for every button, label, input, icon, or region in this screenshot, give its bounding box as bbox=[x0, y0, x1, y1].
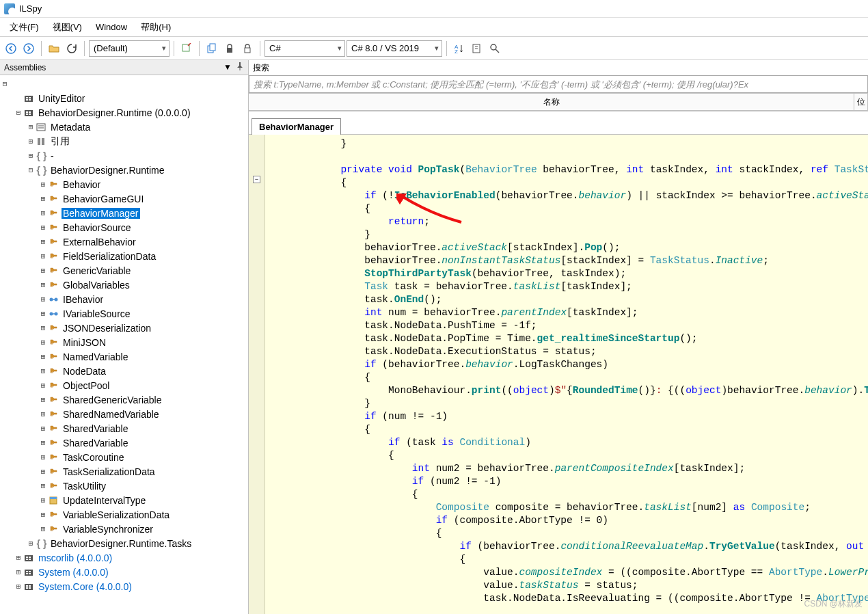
tree-node-unityeditor[interactable]: UnityEditor bbox=[0, 91, 248, 105]
assembly-tree[interactable]: ⊟ UnityEditor⊟BehaviorDesigner.Runtime (… bbox=[0, 75, 248, 614]
code-viewer[interactable]: − } private void PopTask(BehaviorTree be… bbox=[249, 135, 868, 614]
expander-icon[interactable]: ⊞ bbox=[38, 424, 48, 433]
tree-node-taskserializationdata[interactable]: ⊞TaskSerializationData bbox=[0, 464, 248, 479]
expander-icon[interactable]: ⊞ bbox=[38, 323, 48, 332]
panel-dropdown-icon[interactable]: ▼ bbox=[223, 62, 232, 72]
svg-rect-16 bbox=[25, 96, 33, 102]
copy-button[interactable] bbox=[204, 40, 220, 57]
tree-node-metadata[interactable]: ⊞Metadata bbox=[0, 120, 248, 134]
search-button[interactable] bbox=[487, 40, 503, 57]
expander-icon[interactable]: ⊞ bbox=[38, 510, 48, 519]
expander-icon[interactable]: ⊞ bbox=[38, 252, 48, 261]
expander-icon[interactable]: ⊞ bbox=[38, 524, 48, 533]
tree-node-behaviordesigner-runtime-tasks[interactable]: ⊞{ }BehaviorDesigner.Runtime.Tasks bbox=[0, 536, 248, 550]
expander-icon[interactable]: ⊞ bbox=[38, 237, 48, 246]
expander-icon[interactable]: ⊞ bbox=[26, 137, 36, 146]
expander-icon[interactable]: ⊞ bbox=[26, 151, 36, 160]
tree-node-system-core-4-0-0-0-[interactable]: ⊞System.Core (4.0.0.0) bbox=[0, 579, 248, 593]
expander-icon[interactable]: ⊞ bbox=[38, 295, 48, 304]
expander-icon[interactable]: ⊞ bbox=[38, 381, 48, 390]
expander-icon[interactable]: ⊞ bbox=[38, 180, 48, 189]
nav-forward-button[interactable] bbox=[21, 40, 37, 57]
tree-node-globalvariables[interactable]: ⊞GlobalVariables bbox=[0, 278, 248, 292]
tree-node-behaviordesigner-runtime[interactable]: ⊟{ }BehaviorDesigner.Runtime bbox=[0, 163, 248, 177]
expander-icon[interactable]: ⊞ bbox=[38, 194, 48, 203]
tree-node-ivariablesource[interactable]: ⊞IVariableSource bbox=[0, 306, 248, 321]
code-text[interactable]: } private void PopTask(BehaviorTree beha… bbox=[249, 135, 868, 608]
search-input[interactable] bbox=[249, 75, 868, 93]
language-version-dropdown[interactable]: C# 8.0 / VS 2019 bbox=[347, 40, 442, 57]
tree-node-variablesynchronizer[interactable]: ⊞VariableSynchronizer bbox=[0, 522, 248, 536]
expander-icon[interactable]: ⊞ bbox=[38, 338, 48, 347]
tree-node-sharedvariable[interactable]: ⊞SharedVariable bbox=[0, 421, 248, 436]
tree-node-variableserializationdata[interactable]: ⊞VariableSerializationData bbox=[0, 507, 248, 522]
expander-icon[interactable]: ⊞ bbox=[14, 553, 23, 562]
sort-button[interactable]: AZ bbox=[451, 40, 467, 57]
expander-icon[interactable]: ⊞ bbox=[38, 223, 48, 232]
refresh-button[interactable] bbox=[64, 40, 80, 57]
tree-node-fieldserializationdata[interactable]: ⊞FieldSerializationData bbox=[0, 249, 248, 263]
expander-icon[interactable]: ⊞ bbox=[26, 122, 36, 131]
tree-node-minijson[interactable]: ⊞MiniJSON bbox=[0, 335, 248, 349]
fold-toggle[interactable]: − bbox=[253, 176, 260, 183]
expander-icon[interactable]: ⊟ bbox=[14, 108, 23, 117]
tree-node-updateintervaltype[interactable]: ⊞UpdateIntervalType bbox=[0, 493, 248, 507]
tree-node--[interactable]: ⊞引用 bbox=[0, 134, 248, 148]
lock-private-button[interactable] bbox=[221, 40, 238, 57]
expander-icon[interactable]: ⊞ bbox=[38, 481, 48, 490]
expander-icon[interactable]: ⊟ bbox=[0, 79, 10, 88]
tree-node-genericvariable[interactable]: ⊞GenericVariable bbox=[0, 263, 248, 278]
tree-node-behavior[interactable]: ⊞Behavior bbox=[0, 177, 248, 191]
tree-node-behaviordesigner-runtime-0-0-0-0-[interactable]: ⊟BehaviorDesigner.Runtime (0.0.0.0) bbox=[0, 105, 248, 120]
tree-node-nodedata[interactable]: ⊞NodeData bbox=[0, 364, 248, 378]
expander-icon[interactable] bbox=[14, 94, 23, 103]
tab-behaviormanager[interactable]: BehaviorManager bbox=[252, 118, 341, 135]
language-dropdown[interactable]: C# bbox=[265, 40, 345, 57]
tree-node-externalbehavior[interactable]: ⊞ExternalBehavior bbox=[0, 235, 248, 249]
expander-icon[interactable]: ⊞ bbox=[38, 352, 48, 361]
tree-node-taskutility[interactable]: ⊞TaskUtility bbox=[0, 479, 248, 493]
expander-icon[interactable]: ⊞ bbox=[38, 438, 48, 447]
tree-node-namedvariable[interactable]: ⊞NamedVariable bbox=[0, 349, 248, 364]
collapse-button[interactable] bbox=[469, 40, 485, 57]
open-button[interactable] bbox=[46, 40, 62, 57]
expander-icon[interactable]: ⊞ bbox=[38, 467, 48, 476]
menu-help[interactable]: 帮助(H) bbox=[134, 18, 178, 36]
tree-node-taskcoroutine[interactable]: ⊞TaskCoroutine bbox=[0, 450, 248, 464]
menu-window[interactable]: Window bbox=[89, 19, 134, 35]
expander-icon[interactable]: ⊟ bbox=[26, 165, 36, 174]
tree-node-mscorlib-4-0-0-0-[interactable]: ⊞mscorlib (4.0.0.0) bbox=[0, 550, 248, 565]
expander-icon[interactable]: ⊞ bbox=[26, 539, 36, 548]
tree-node-sharedvariable-t-[interactable]: ⊞SharedVariable bbox=[0, 436, 248, 450]
tree-node--[interactable]: ⊞{ }- bbox=[0, 148, 248, 163]
remove-button[interactable] bbox=[178, 40, 195, 57]
col-name[interactable]: 名称 bbox=[249, 94, 854, 110]
col-location[interactable]: 位 bbox=[854, 94, 868, 110]
tree-node-behaviormanager[interactable]: ⊞BehaviorManager bbox=[0, 206, 248, 220]
expander-icon[interactable]: ⊞ bbox=[38, 266, 48, 275]
expander-icon[interactable]: ⊞ bbox=[38, 366, 48, 375]
expander-icon[interactable]: ⊞ bbox=[38, 280, 48, 289]
tree-node-behaviorsource[interactable]: ⊞BehaviorSource bbox=[0, 220, 248, 235]
expander-icon[interactable]: ⊞ bbox=[38, 453, 48, 462]
lock-internal-button[interactable] bbox=[239, 40, 256, 57]
expander-icon[interactable]: ⊞ bbox=[38, 410, 48, 418]
expander-icon[interactable]: ⊞ bbox=[38, 209, 48, 217]
expander-icon[interactable]: ⊞ bbox=[14, 582, 23, 591]
expander-icon[interactable]: ⊞ bbox=[14, 568, 23, 576]
expander-icon[interactable]: ⊞ bbox=[38, 395, 48, 404]
menu-view[interactable]: 视图(V) bbox=[46, 18, 89, 36]
tree-node-sharednamedvariable[interactable]: ⊞SharedNamedVariable bbox=[0, 407, 248, 421]
panel-pin-icon[interactable] bbox=[236, 62, 244, 72]
tree-node-behaviorgamegui[interactable]: ⊞BehaviorGameGUI bbox=[0, 191, 248, 206]
tree-node-sharedgenericvariable[interactable]: ⊞SharedGenericVariable bbox=[0, 392, 248, 407]
tree-node-objectpool[interactable]: ⊞ObjectPool bbox=[0, 378, 248, 392]
menu-file[interactable]: 文件(F) bbox=[3, 18, 46, 36]
config-dropdown[interactable]: (Default) bbox=[89, 40, 169, 57]
expander-icon[interactable]: ⊞ bbox=[38, 309, 48, 318]
tree-node-system-4-0-0-0-[interactable]: ⊞System (4.0.0.0) bbox=[0, 565, 248, 579]
expander-icon[interactable]: ⊞ bbox=[38, 496, 48, 505]
tree-node-ibehavior[interactable]: ⊞IBehavior bbox=[0, 292, 248, 306]
nav-back-button[interactable] bbox=[3, 40, 19, 57]
tree-node-jsondeserialization[interactable]: ⊞JSONDeserialization bbox=[0, 321, 248, 335]
